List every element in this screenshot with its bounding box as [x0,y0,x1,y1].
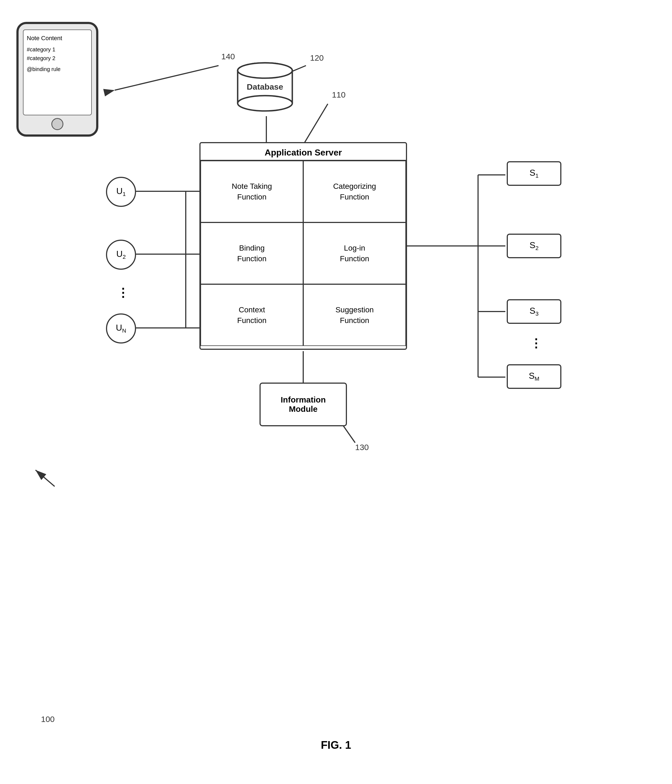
login-function: Log-in Function [303,222,406,284]
user-u2: U2 [106,240,136,270]
label-100: 100 [41,715,54,724]
note-taking-function: Note Taking Function [200,161,303,222]
label-130: 130 [355,443,369,452]
binding-rule-label: @binding rule [27,65,88,73]
phone-screen: Note Content #category 1 #category 2 @bi… [23,30,92,115]
suggestion-function: Suggestion Function [303,284,406,346]
server-s1: S1 [507,161,561,186]
server-s2: S2 [507,233,561,258]
svg-line-4 [303,104,328,145]
user-u1: U1 [106,177,136,207]
phone-device: Note Content #category 1 #category 2 @bi… [16,22,98,137]
user-u1-label: U1 [116,186,126,197]
svg-point-24 [237,63,292,78]
database-icon: Database [235,60,295,115]
app-server-box: Application Server Note Taking Function … [199,142,407,350]
label-110: 110 [332,90,346,100]
diagram-container: Note Content #category 1 #category 2 @bi… [0,0,672,784]
server-s1-label: S1 [530,168,539,179]
server-sM: SM [507,364,561,389]
svg-line-18 [36,470,54,487]
phone-home-button [51,118,64,130]
users-dots: ⋮ [117,286,129,300]
user-uN: UN [106,313,136,344]
function-grid: Note Taking Function Categorizing Functi… [200,161,406,346]
category1-label: #category 1 [27,45,88,54]
label-120: 120 [310,53,324,62]
server-s2-label: S2 [530,240,539,251]
server-s3: S3 [507,299,561,324]
svg-point-23 [237,96,292,111]
context-function: Context Function [200,284,303,346]
svg-text:Database: Database [247,82,283,91]
note-content-label: Note Content [27,33,88,43]
categorizing-function: Categorizing Function [303,161,406,222]
label-140: 140 [221,52,235,61]
figure-label: FIG. 1 [321,739,351,751]
info-module-label: Information Module [281,395,326,414]
server-s3-label: S3 [530,306,539,317]
database-svg: Database [235,60,295,115]
app-server-title: Application Server [200,143,406,161]
info-module-box: Information Module [259,383,347,426]
server-sM-label: SM [529,371,540,382]
category2-label: #category 2 [27,54,88,62]
user-uN-label: UN [116,323,126,334]
binding-function: Binding Function [200,222,303,284]
svg-line-2 [115,65,219,90]
user-u2-label: U2 [116,249,126,260]
servers-dots: ⋮ [530,336,542,350]
